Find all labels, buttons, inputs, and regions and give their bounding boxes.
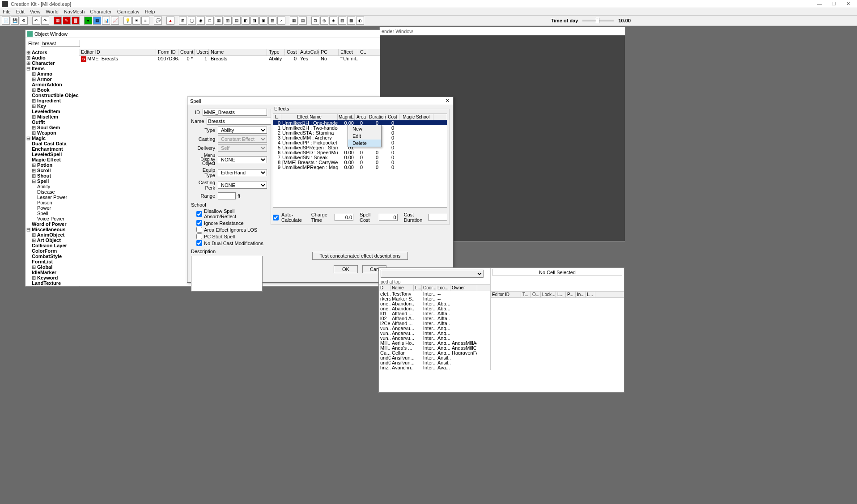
- tree-node[interactable]: Scroll: [25, 168, 79, 173]
- tree-node[interactable]: Magic Effect: [25, 157, 79, 162]
- minimize-button[interactable]: —: [817, 1, 822, 7]
- spell-dialog-close[interactable]: ✕: [444, 98, 450, 104]
- toolbar-icon[interactable]: ▦: [93, 17, 101, 25]
- rcol-lock[interactable]: Lock...: [541, 292, 556, 297]
- tree-node[interactable]: Ability: [25, 184, 79, 189]
- cell-row[interactable]: elet...TestTonyInter...--: [379, 291, 490, 296]
- maximize-button[interactable]: ☐: [831, 1, 836, 7]
- effcol-name[interactable]: Effect Name: [281, 114, 338, 120]
- chk-ignore-resistance[interactable]: [196, 220, 202, 226]
- tree-node[interactable]: Global: [25, 264, 79, 270]
- tree-node[interactable]: Word of Power: [25, 221, 79, 227]
- category-tree[interactable]: ActorsAudioCharacterItemsAmmoArmorArmorA…: [25, 49, 79, 287]
- toolbar-icon[interactable]: ●: [84, 17, 92, 25]
- toolbar-icon[interactable]: ≡: [141, 17, 149, 25]
- tree-node[interactable]: Dual Cast Data: [25, 141, 79, 146]
- tree-node[interactable]: Miscellaneous: [25, 227, 79, 232]
- tree-node[interactable]: Audio: [25, 55, 79, 60]
- toolbar-icon[interactable]: ▣: [259, 17, 267, 25]
- menu-help[interactable]: Help: [145, 9, 155, 14]
- effcol-school[interactable]: Magic School: [399, 114, 433, 120]
- menu-world[interactable]: World: [46, 9, 59, 14]
- tree-node[interactable]: AnimObject: [25, 232, 79, 237]
- toolbar-icon[interactable]: ⊡: [311, 17, 319, 25]
- toolbar-icon[interactable]: □: [206, 17, 214, 25]
- tree-node[interactable]: Shout: [25, 173, 79, 178]
- cell-row[interactable]: vun...Angarvu...Inter...Ang...: [379, 326, 490, 330]
- cell-row[interactable]: Ca...CellarInter...Ang...HagravenFa...: [379, 350, 490, 355]
- chk-area-ignores-los[interactable]: [196, 227, 202, 233]
- col-pcstart[interactable]: PC Start...: [319, 49, 339, 55]
- tree-node[interactable]: Art Object: [25, 237, 79, 243]
- toolbar-icon[interactable]: ▦: [54, 17, 62, 25]
- tree-node[interactable]: Items: [25, 66, 79, 71]
- tree-node[interactable]: Potion: [25, 162, 79, 168]
- ok-button[interactable]: OK: [334, 265, 358, 273]
- rcol-l2[interactable]: L...: [585, 292, 595, 297]
- effect-row[interactable]: 7UnmilkedSN : Sneak0.00000: [273, 155, 447, 160]
- effect-row[interactable]: 9UnmilkedMPRegen : Magi...0.00000: [273, 165, 447, 169]
- tree-node[interactable]: CombatStyle: [25, 254, 79, 259]
- cell-row[interactable]: rkersMarker S...Inter...--: [379, 296, 490, 301]
- col-effectlist[interactable]: Effect List: [339, 49, 358, 55]
- tree-node[interactable]: Armor: [25, 76, 79, 82]
- rcol-l[interactable]: L...: [556, 292, 566, 297]
- tree-node[interactable]: LeveledItem: [25, 109, 79, 114]
- tree-node[interactable]: Weapon: [25, 130, 79, 136]
- cell-row[interactable]: vun...Angarvu...Inter...Ang...: [379, 330, 490, 335]
- worldspace-select[interactable]: [381, 270, 484, 278]
- toolbar-icon[interactable]: 📊: [102, 17, 110, 25]
- toolbar-icon[interactable]: ↶: [32, 17, 40, 25]
- tree-node[interactable]: Character: [25, 60, 79, 66]
- cell-row[interactable]: l01Alftand ...Inter...Alfta...: [379, 311, 490, 316]
- cellcol-coor[interactable]: Coor...: [422, 285, 436, 291]
- tree-node[interactable]: Lesser Power: [25, 195, 79, 200]
- menu-navmesh[interactable]: NavMesh: [64, 9, 85, 14]
- chk-pc-start-spell[interactable]: [196, 233, 202, 239]
- tree-node[interactable]: Keyword: [25, 275, 79, 280]
- menu-edit[interactable]: Edit: [16, 9, 25, 14]
- tree-node[interactable]: IdleMarker: [25, 270, 79, 275]
- tree-node[interactable]: Ammo: [25, 71, 79, 76]
- rcol-in[interactable]: In...: [576, 292, 585, 297]
- tree-node[interactable]: ArmorAddon: [25, 82, 79, 87]
- tree-node[interactable]: Poison: [25, 200, 79, 205]
- charge-input[interactable]: [335, 214, 353, 221]
- chk-disallow-absorb[interactable]: [196, 211, 202, 217]
- toolbar-icon[interactable]: 💬: [154, 17, 162, 25]
- col-autocalc[interactable]: AutoCalc: [298, 49, 319, 55]
- menu-view[interactable]: View: [30, 9, 41, 14]
- object-row[interactable]: SMME_Breasts 0107D36A 0 * 1 Breasts Abil…: [79, 56, 380, 62]
- cellcol-l[interactable]: L...: [414, 285, 422, 291]
- tree-node[interactable]: Key: [25, 103, 79, 109]
- toolbar-icon[interactable]: ▤: [299, 17, 307, 25]
- menu-gameplay[interactable]: Gameplay: [117, 9, 140, 14]
- cell-row[interactable]: Mill...Anga's ...Inter...Ang...AngasMill…: [379, 345, 490, 350]
- col-editor-id[interactable]: Editor ID: [79, 49, 156, 55]
- ctx-delete[interactable]: Delete: [348, 140, 381, 147]
- chk-autocalc[interactable]: [273, 215, 279, 220]
- toolbar-icon[interactable]: ⊞: [179, 17, 187, 25]
- effect-row[interactable]: 8[MME] Breasts : CarryWei...0.00000: [273, 160, 447, 165]
- toolbar-icon[interactable]: 💡: [123, 17, 132, 25]
- cell-row[interactable]: one...Abandon...Inter...Aba...: [379, 306, 490, 311]
- castdur-input[interactable]: [428, 214, 447, 221]
- tree-node[interactable]: Spell: [25, 178, 79, 184]
- cellcol-name[interactable]: Name: [390, 285, 414, 291]
- effects-table[interactable]: I... Effect Name Magnit... Area Duration…: [273, 114, 447, 208]
- tree-node[interactable]: ColorForm: [25, 248, 79, 254]
- description-input[interactable]: [191, 256, 263, 292]
- cell-row[interactable]: und01Ansilvun...Inter...Ansil...: [379, 355, 490, 360]
- cell-row[interactable]: hnz...Avanchn...Inter...Ava...: [379, 365, 490, 370]
- toolbar-icon[interactable]: ◯: [188, 17, 196, 25]
- toolbar-icon[interactable]: ⚙: [20, 17, 28, 25]
- toolbar-icon[interactable]: ☀: [132, 17, 140, 25]
- tree-node[interactable]: Enchantment: [25, 146, 79, 152]
- col-users[interactable]: Users: [195, 49, 209, 55]
- cell-row[interactable]: one...Abandon...Inter...Aba...: [379, 301, 490, 306]
- ctx-edit[interactable]: Edit: [348, 132, 381, 140]
- tree-node[interactable]: Voice Power: [25, 216, 79, 221]
- toolbar-icon[interactable]: ◨: [250, 17, 259, 25]
- cellcol-d[interactable]: D: [379, 285, 390, 291]
- toolbar-icon[interactable]: ↷: [41, 17, 49, 25]
